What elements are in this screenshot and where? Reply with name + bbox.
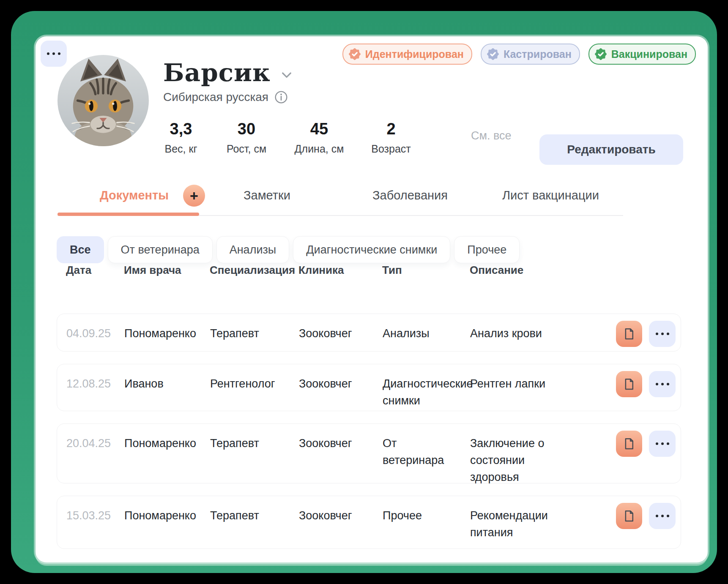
pet-breed: Сибирская русская — [163, 90, 268, 104]
filter-chips: Все От ветеринара Анализы Диагностически… — [57, 236, 520, 263]
table-row[interactable]: 20.04.25 Пономаренко Терапевт Зооковчег … — [57, 423, 681, 483]
cell-date: 20.04.25 — [66, 435, 111, 452]
cell-description: Рентген лапки — [470, 375, 545, 392]
stat-value: 30 — [221, 120, 272, 138]
document-icon — [623, 327, 635, 340]
profile-more-button[interactable] — [41, 41, 67, 67]
stat-height: 30 Рост, см — [221, 120, 272, 155]
cell-specialization: Терапевт — [210, 507, 259, 524]
info-icon[interactable] — [274, 90, 288, 104]
cell-date: 15.03.25 — [66, 507, 111, 524]
cell-description: Анализ крови — [470, 325, 542, 342]
open-document-button[interactable] — [616, 503, 642, 529]
stat-value: 2 — [366, 120, 416, 138]
header-description: Описание — [470, 264, 523, 277]
status-badge-label: Идентифицирован — [365, 48, 464, 60]
tab-vaccination-list[interactable]: Лист вакцинации — [502, 188, 599, 202]
pet-avatar — [57, 55, 149, 146]
cell-doctor: Иванов — [124, 375, 164, 392]
cell-clinic: Зооковчег — [299, 435, 352, 452]
cell-clinic: Зооковчег — [299, 507, 352, 524]
cell-specialization: Терапевт — [210, 435, 259, 452]
cell-description: Рекомендации питания — [470, 507, 546, 541]
stat-value: 45 — [294, 120, 345, 138]
cell-description: Заключение о состоянии здоровья — [470, 435, 546, 486]
cell-doctor: Пономаренко — [124, 507, 196, 524]
status-badge-label: Вакцинирован — [611, 48, 687, 60]
tab-diseases[interactable]: Заболевания — [372, 188, 448, 202]
active-tab-underline — [57, 213, 199, 216]
row-more-button[interactable] — [649, 371, 676, 397]
filter-chip[interactable]: Анализы — [216, 236, 290, 263]
table-row[interactable]: 15.03.25 Пономаренко Терапевт Зооковчег … — [57, 496, 681, 549]
see-all-link[interactable]: См. все — [471, 129, 512, 142]
filter-chip[interactable]: От ветеринара — [108, 236, 213, 263]
document-icon — [623, 378, 635, 390]
stat-weight: 3,3 Вес, кг — [156, 120, 206, 155]
table-row[interactable]: 04.09.25 Пономаренко Терапевт Зооковчег … — [57, 314, 681, 352]
cell-type: От ветеринара — [383, 435, 461, 469]
pet-name: Барсик — [163, 59, 271, 86]
green-frame: Идентифицирован Кастрирован — [11, 11, 717, 573]
stat-label: Длина, см — [294, 143, 345, 155]
stat-value: 3,3 — [156, 120, 206, 138]
ellipsis-icon — [656, 383, 669, 385]
filter-chip[interactable]: Все — [57, 236, 104, 263]
filter-chip[interactable]: Прочее — [454, 236, 520, 263]
ellipsis-icon — [656, 515, 669, 517]
cell-clinic: Зооковчег — [299, 375, 352, 392]
open-document-button[interactable] — [616, 431, 642, 457]
add-document-button[interactable]: + — [183, 185, 205, 207]
header-clinic: Клиника — [298, 264, 344, 277]
status-badge[interactable]: Идентифицирован — [342, 44, 472, 65]
cell-date: 04.09.25 — [66, 325, 111, 342]
stat-age: 2 Возраст — [366, 120, 416, 155]
status-badge[interactable]: Кастрирован — [481, 44, 580, 65]
status-badge-label: Кастрирован — [504, 48, 572, 60]
cell-type: Прочее — [383, 507, 422, 524]
open-document-button[interactable] — [616, 371, 642, 397]
header-doctor: Имя врача — [124, 264, 181, 277]
stat-label: Рост, см — [221, 143, 272, 155]
cell-date: 12.08.25 — [66, 375, 111, 392]
document-icon — [623, 437, 635, 450]
edit-button[interactable]: Редактировать — [539, 134, 683, 165]
cell-type: Диагностические снимки — [383, 375, 461, 409]
open-document-button[interactable] — [616, 321, 642, 347]
tab-documents[interactable]: Документы — [100, 188, 169, 202]
cell-specialization: Терапевт — [210, 325, 259, 342]
ellipsis-icon — [656, 333, 669, 335]
status-badges: Идентифицирован Кастрирован — [342, 44, 696, 65]
stat-label: Возраст — [366, 143, 416, 155]
chevron-down-icon[interactable] — [280, 68, 293, 82]
cell-type: Анализы — [383, 325, 430, 342]
document-icon — [623, 510, 635, 522]
seal-check-icon — [487, 48, 499, 60]
ellipsis-icon — [656, 442, 669, 445]
header-type: Тип — [382, 264, 402, 277]
header-specialization: Специализация — [210, 264, 295, 277]
cat-photo-illustration — [57, 55, 149, 146]
pet-profile-card: Идентифицирован Кастрирован — [36, 36, 708, 562]
page: Идентифицирован Кастрирован — [0, 0, 728, 584]
ellipsis-icon — [47, 52, 60, 55]
cell-doctor: Пономаренко — [124, 325, 196, 342]
document-rows: 04.09.25 Пономаренко Терапевт Зооковчег … — [57, 314, 682, 561]
stat-length: 45 Длина, см — [294, 120, 345, 155]
tab-notes[interactable]: Заметки — [244, 188, 290, 202]
status-badge[interactable]: Вакцинирован — [588, 44, 696, 65]
row-more-button[interactable] — [649, 321, 676, 347]
row-more-button[interactable] — [649, 431, 676, 457]
stat-label: Вес, кг — [156, 143, 206, 155]
filter-chip[interactable]: Диагностические снимки — [293, 236, 450, 263]
row-more-button[interactable] — [649, 503, 676, 529]
cell-doctor: Пономаренко — [124, 435, 196, 452]
cell-clinic: Зооковчег — [299, 325, 352, 342]
seal-check-icon — [348, 48, 361, 60]
seal-check-icon — [594, 48, 607, 60]
cell-specialization: Рентгенолог — [210, 375, 275, 392]
table-row[interactable]: 12.08.25 Иванов Рентгенолог Зооковчег Ди… — [57, 364, 681, 411]
header-date: Дата — [66, 264, 91, 277]
